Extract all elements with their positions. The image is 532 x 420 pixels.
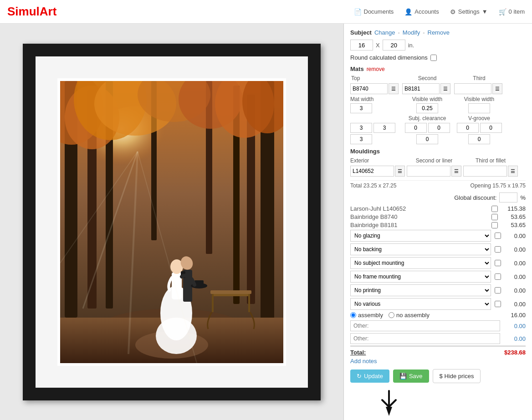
hide-prices-button[interactable]: $ Hide prices — [433, 369, 481, 383]
vg3-input[interactable] — [468, 134, 490, 144]
action-buttons-row: ↻ Update 💾 Save $ Hide prices — [350, 369, 526, 383]
top-mat-menu-btn[interactable]: ☰ — [389, 83, 399, 94]
opening-label-text: Opening — [471, 182, 491, 189]
second-mould-wrap: ☰ — [407, 166, 461, 177]
second-visible-width-input[interactable] — [416, 103, 438, 113]
cart-link[interactable]: 🛒 0 item — [499, 8, 525, 15]
b8740-value: 53.65 — [501, 213, 526, 220]
subj-clearance-label: Subj. clearance — [402, 115, 452, 121]
spacer-cell — [350, 115, 400, 121]
subject-change-link[interactable]: Change — [374, 29, 395, 36]
glazing-price: 0.00 — [503, 233, 526, 239]
subject-mounting-checkbox[interactable] — [495, 260, 501, 266]
update-button[interactable]: ↻ Update — [350, 369, 389, 383]
cart-icon: 🛒 — [499, 8, 506, 15]
lj-checkbox[interactable] — [491, 206, 498, 212]
backing-price: 0.00 — [503, 246, 526, 253]
svg-marker-38 — [386, 407, 392, 416]
total-dims-value: 23.25 x 27.25 — [363, 182, 397, 189]
total-dims-label: Total 23.25 x 27.25 — [350, 182, 396, 189]
printing-select[interactable]: No printing — [350, 284, 491, 296]
subject-mounting-select[interactable]: No subject mounting — [350, 257, 491, 269]
accounts-icon: 👤 — [404, 8, 412, 15]
svg-rect-23 — [212, 294, 214, 312]
settings-link[interactable]: ⚙ Settings ▼ — [450, 8, 488, 15]
top-mat-input[interactable] — [350, 83, 388, 94]
assembly-label[interactable]: assembly — [350, 312, 383, 319]
sc2-input[interactable] — [428, 123, 450, 133]
add-notes-link[interactable]: Add notes — [350, 358, 526, 364]
cart-label: 0 item — [509, 8, 525, 15]
frame-mounting-checkbox[interactable] — [495, 273, 501, 280]
mould-col-third: Third or fillet — [463, 157, 518, 164]
backing-checkbox[interactable] — [495, 246, 501, 253]
printing-checkbox[interactable] — [495, 287, 501, 293]
second-mould-input[interactable] — [407, 166, 450, 177]
canvas-area — [0, 24, 344, 420]
arrow-svg — [350, 386, 405, 418]
frame-mounting-price: 0.00 — [503, 273, 526, 280]
top-w3-input[interactable] — [350, 134, 372, 144]
other1-input[interactable] — [350, 320, 500, 331]
frame-outer — [23, 44, 321, 400]
round-checkbox[interactable] — [430, 55, 437, 61]
top-w2-input[interactable] — [373, 123, 395, 133]
b8181-checkbox[interactable] — [491, 222, 498, 228]
vg1-input[interactable] — [457, 123, 479, 133]
exterior-mould-menu-btn[interactable]: ☰ — [395, 166, 405, 177]
subject-modify-link[interactable]: Modify — [403, 29, 420, 36]
b8740-checkbox[interactable] — [491, 214, 498, 220]
width-input[interactable] — [350, 40, 373, 51]
vg2-input[interactable] — [480, 123, 502, 133]
backing-select[interactable]: No backing — [350, 243, 491, 255]
second-mat-input[interactable] — [402, 83, 440, 94]
mats-section-title: Mats remove — [350, 66, 526, 72]
svg-rect-21 — [210, 290, 251, 294]
second-mat-wrap: ☰ — [402, 83, 452, 94]
third-visible-width-input[interactable] — [468, 103, 490, 113]
documents-link[interactable]: 📄 Documents — [354, 8, 394, 15]
save-button[interactable]: 💾 Save — [393, 369, 429, 383]
price-row-b8740: Bainbridge B8740 53.65 — [350, 213, 526, 220]
mats-label: Mats — [350, 66, 364, 72]
top-mat-width[interactable] — [350, 103, 372, 113]
main-content: Subject Change - Modify - Remove X in. R… — [0, 24, 532, 420]
documents-icon: 📄 — [354, 8, 362, 15]
subject-label: Subject — [350, 29, 372, 36]
glazing-checkbox[interactable] — [495, 233, 501, 239]
second-mat-menu-btn[interactable]: ☰ — [440, 83, 450, 94]
second-mould-menu-btn[interactable]: ☰ — [451, 166, 461, 177]
mats-remove-link[interactable]: remove — [367, 66, 385, 72]
accounts-link[interactable]: 👤 Accounts — [404, 8, 439, 15]
glazing-select[interactable]: No glazing — [350, 230, 491, 242]
frame-mounting-select[interactable]: No frame mounting — [350, 271, 491, 283]
vg-row1-cell — [454, 123, 504, 133]
third-mould-input[interactable] — [463, 166, 507, 177]
top-w1-cell — [350, 123, 400, 133]
assembly-radio[interactable] — [350, 312, 356, 318]
sc1-input[interactable] — [405, 123, 427, 133]
subject-remove-link[interactable]: Remove — [428, 29, 450, 36]
various-checkbox[interactable] — [495, 301, 501, 307]
update-label: Update — [364, 373, 383, 380]
third-mould-menu-btn[interactable]: ☰ — [508, 166, 518, 177]
discount-label: Global discount: — [454, 194, 496, 201]
discount-input[interactable] — [499, 192, 517, 202]
height-input[interactable] — [383, 40, 405, 51]
round-label: Round calculated dimensions — [350, 54, 428, 61]
lj-label: Larson-Juhl L140652 — [350, 205, 491, 212]
exterior-mould-input[interactable] — [350, 166, 394, 177]
no-assembly-label[interactable]: no assembly — [389, 312, 430, 319]
third-mat-input[interactable] — [454, 83, 491, 94]
third-mat-menu-btn[interactable]: ☰ — [492, 83, 502, 94]
various-select[interactable]: No various — [350, 298, 491, 310]
sc3-input[interactable] — [416, 134, 438, 144]
total-label-text: Total — [350, 182, 362, 189]
no-assembly-text: no assembly — [396, 312, 430, 319]
settings-caret: ▼ — [482, 8, 488, 15]
top-w1-input[interactable] — [350, 123, 372, 133]
mat-col-third: Third — [454, 75, 504, 81]
no-assembly-radio[interactable] — [389, 312, 394, 318]
other2-input[interactable] — [350, 333, 500, 344]
settings-label: Settings — [458, 8, 480, 15]
